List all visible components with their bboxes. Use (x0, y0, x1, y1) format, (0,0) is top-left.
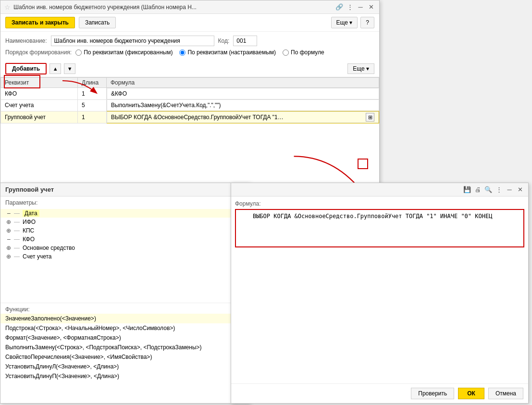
radio-custom[interactable]: По реквизитам (настраиваемым) (179, 49, 276, 56)
sub-window: Групповой учет Параметры: −—Дата⊕—ИФО⊕—К… (0, 183, 250, 404)
tree-line-icon: — (14, 227, 20, 234)
table-toolbar: Добавить ▲ ▼ Еще ▾ (0, 61, 379, 77)
down-arrow-button[interactable]: ▼ (64, 63, 75, 74)
cell-formula: ВыполнитьЗамену(&СчетУчета.Код,".","") (107, 99, 379, 111)
expand-icon: ⊕ (5, 227, 12, 234)
save-close-button[interactable]: Записать и закрыть (5, 17, 75, 28)
sub-window-title: Групповой учет (0, 183, 249, 196)
functions-list: ЗначениеЗаполнено(<Значение>)Подстрока(<… (0, 314, 249, 381)
col-header-requisit: Реквизит (1, 78, 78, 88)
function-item[interactable]: УстановитьДлинуЛ(<Значение>, <Длина>) (0, 362, 249, 371)
more-button[interactable]: Еще ▾ (331, 17, 358, 28)
table-toolbar-right: Еще ▾ (347, 63, 374, 74)
expand-formula-button[interactable]: ⊞ (366, 113, 374, 122)
name-row: Наименование: Код: (5, 36, 374, 46)
cell-formula: &КФО (107, 88, 379, 99)
formula-window: 💾 🖨 🔍 ⋮ ─ ✕ Формула: Проверить ОК Отмена (231, 183, 529, 404)
table-row[interactable]: КФО1&КФО (1, 88, 379, 100)
more-icon[interactable]: ⋮ (346, 3, 354, 12)
cell-length: 1 (78, 88, 107, 100)
up-arrow-button[interactable]: ▲ (49, 63, 61, 74)
name-label: Наименование: (5, 37, 47, 44)
expand-icon: ⊕ (5, 219, 12, 225)
main-window: ☆ Шаблон инв. номеров бюджетного учрежде… (0, 0, 380, 187)
tree-line-icon: — (14, 253, 20, 260)
radio-formula[interactable]: По формуле (283, 49, 324, 56)
formula-textarea[interactable] (235, 209, 524, 247)
tree-item[interactable]: ⊕—Счет учета (0, 252, 249, 261)
link-icon[interactable]: 🔗 (335, 3, 344, 12)
main-window-title: Шаблон инв. номеров бюджетного учреждени… (13, 4, 332, 11)
close-icon[interactable]: ✕ (367, 3, 375, 12)
cell-length: 5 (78, 99, 107, 111)
code-input[interactable] (233, 36, 257, 46)
tree-item[interactable]: −—КФО (0, 235, 249, 244)
col-header-length: Длина (78, 78, 107, 88)
order-row: Порядок формирования: По реквизитам (фик… (5, 49, 374, 56)
tree-item[interactable]: ⊕—ИФО (0, 218, 249, 226)
cancel-button[interactable]: Отмена (488, 388, 523, 399)
radio-custom-label: По реквизитам (настраиваемым) (187, 49, 276, 56)
cell-formula: ВЫБОР КОГДА &ОсновноеСредство.ГрупповойУ… (107, 111, 379, 123)
data-table: Реквизит Длина Формула КФО1&КФОСчет учет… (0, 77, 379, 123)
tree-item[interactable]: ⊕—Основное средство (0, 244, 249, 252)
tree-item[interactable]: ⊕—КПС (0, 226, 249, 235)
fw-close-icon[interactable]: ✕ (516, 185, 524, 194)
radio-fixed[interactable]: По реквизитам (фиксированным) (75, 49, 173, 56)
save-button[interactable]: Записать (79, 17, 116, 28)
tree-item-label: ИФО (23, 219, 36, 225)
radio-fixed-label: По реквизитам (фиксированным) (84, 49, 173, 56)
tree-item-label: Счет учета (23, 253, 51, 260)
tree-item-label: Основное средство (23, 245, 75, 251)
fw-more-icon[interactable]: ⋮ (495, 185, 503, 194)
table-row[interactable]: Счет учета5ВыполнитьЗамену(&СчетУчета.Ко… (1, 99, 379, 111)
function-item[interactable]: СвойствоПеречисления(<Значение>, <ИмяСво… (0, 352, 249, 362)
ok-button[interactable]: ОК (458, 388, 484, 399)
toolbar-right: Еще ▾ ? (331, 17, 374, 28)
print-icon[interactable]: 🖨 (473, 185, 482, 194)
table-row[interactable]: Групповой учет1ВЫБОР КОГДА &ОсновноеСред… (1, 111, 379, 123)
formula-label: Формула: (235, 200, 524, 207)
help-button[interactable]: ? (360, 17, 374, 28)
add-button[interactable]: Добавить (5, 63, 47, 74)
function-item[interactable]: УстановитьДлинуП(<Значение>, <Длина>) (0, 371, 249, 381)
function-item[interactable]: Подстрока(<Строка>, <НачальныйНомер>, <Ч… (0, 323, 249, 333)
tree-line-icon: — (14, 245, 20, 251)
tree-item[interactable]: −—Дата (0, 209, 249, 218)
save-icon[interactable]: 💾 (463, 185, 471, 194)
functions-section: Функции: ЗначениеЗаполнено(<Значение>)По… (0, 303, 249, 381)
function-item[interactable]: ВыполнитьЗамену(<Строка>, <ПодстрокаПоис… (0, 343, 249, 352)
check-button[interactable]: Проверить (411, 388, 454, 399)
formula-body: Формула: (231, 196, 528, 382)
expand-icon: ⊕ (5, 245, 12, 251)
expand-icon: ⊕ (5, 253, 12, 260)
function-item[interactable]: ЗначениеЗаполнено(<Значение>) (0, 314, 249, 323)
tree-item-label: КФО (23, 236, 35, 243)
tree-line-icon: — (14, 210, 20, 217)
tree-container: −—Дата⊕—ИФО⊕—КПС−—КФО⊕—Основное средство… (0, 207, 249, 303)
minimize-icon[interactable]: ─ (356, 3, 365, 12)
fw-minimize-icon[interactable]: ─ (505, 185, 514, 194)
function-item[interactable]: Формат(<Значение>, <ФорматнаяСтрока>) (0, 333, 249, 343)
tree-item-label: Дата (23, 210, 39, 217)
sub-window-content: Параметры: −—Дата⊕—ИФО⊕—КПС−—КФО⊕—Основн… (0, 196, 249, 400)
main-titlebar: ☆ Шаблон инв. номеров бюджетного учрежде… (0, 0, 379, 14)
table-more-button[interactable]: Еще ▾ (347, 63, 374, 74)
name-input[interactable] (51, 36, 214, 46)
collapse-icon: − (5, 210, 12, 217)
radio-formula-label: По формуле (291, 49, 324, 56)
form-area: Наименование: Код: Порядок формирования:… (0, 32, 379, 61)
find-icon[interactable]: 🔍 (484, 185, 493, 194)
tree-item-label: КПС (23, 227, 34, 234)
order-label: Порядок формирования: (5, 49, 72, 56)
formula-text: ВЫБОР КОГДА &ОсновноеСредство.ГрупповойУ… (111, 114, 284, 121)
star-icon: ☆ (4, 3, 11, 11)
formula-text: &КФО (111, 90, 127, 97)
cell-requisit: Групповой учет (1, 111, 78, 123)
formula-text: ВыполнитьЗамену(&СчетУчета.Код,".","") (111, 102, 221, 109)
functions-label: Функции: (0, 303, 249, 314)
formula-titlebar: 💾 🖨 🔍 ⋮ ─ ✕ (231, 183, 528, 196)
titlebar-icons: 🔗 ⋮ ─ ✕ (335, 3, 375, 12)
col-header-formula: Формула (107, 78, 379, 88)
parameters-label: Параметры: (0, 196, 249, 207)
